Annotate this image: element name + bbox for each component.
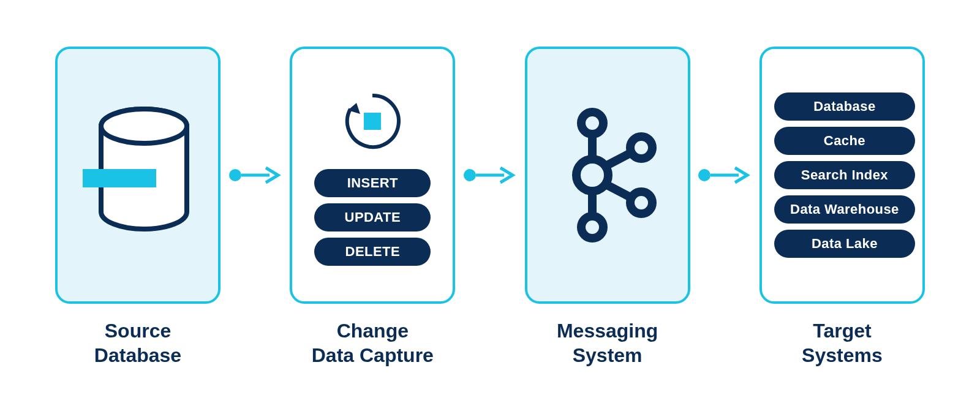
cdc-flow-diagram: Source Database INSERT UPDAT [55, 47, 925, 367]
svg-point-10 [581, 216, 603, 238]
arrow-source-to-cdc [226, 47, 285, 304]
svg-point-6 [464, 169, 476, 181]
svg-point-17 [698, 169, 710, 181]
svg-rect-2 [83, 169, 156, 187]
target-warehouse: Data Warehouse [774, 195, 915, 224]
svg-point-11 [630, 137, 652, 159]
targets-box: Database Cache Search Index Data Warehou… [760, 47, 925, 304]
source-database-box [55, 47, 221, 304]
svg-point-9 [576, 159, 608, 191]
source-database-node: Source Database [55, 47, 221, 367]
cdc-ops-list: INSERT UPDATE DELETE [304, 169, 440, 266]
cdc-box: INSERT UPDATE DELETE [290, 47, 455, 304]
arrow-messaging-to-targets [695, 47, 754, 304]
cdc-op-update: UPDATE [314, 203, 431, 231]
refresh-icon-wrap [336, 85, 409, 169]
target-database: Database [774, 92, 915, 121]
svg-point-12 [630, 192, 652, 214]
cdc-op-insert: INSERT [314, 169, 431, 197]
arrow-cdc-to-messaging [461, 47, 519, 304]
refresh-icon [336, 85, 409, 158]
targets-list: Database Cache Search Index Data Warehou… [774, 92, 910, 258]
svg-point-8 [581, 112, 603, 134]
svg-line-15 [606, 152, 631, 166]
svg-rect-5 [364, 113, 381, 130]
kafka-icon [549, 105, 666, 246]
svg-point-3 [229, 169, 241, 181]
messaging-box [525, 47, 690, 304]
svg-line-16 [606, 184, 631, 198]
messaging-label: Messaging System [557, 318, 658, 367]
messaging-node: Messaging System [525, 47, 690, 367]
targets-node: Database Cache Search Index Data Warehou… [760, 47, 925, 367]
svg-point-1 [101, 109, 187, 143]
source-database-label: Source Database [94, 318, 181, 367]
target-cache: Cache [774, 127, 915, 155]
target-search: Search Index [774, 161, 915, 189]
cdc-label: Change Data Capture [312, 318, 434, 367]
cdc-op-delete: DELETE [314, 238, 431, 266]
target-data-lake: Data Lake [774, 230, 915, 258]
targets-label: Target Systems [802, 318, 883, 367]
cdc-node: INSERT UPDATE DELETE Change Data Capture [290, 47, 455, 367]
database-icon [77, 102, 199, 249]
